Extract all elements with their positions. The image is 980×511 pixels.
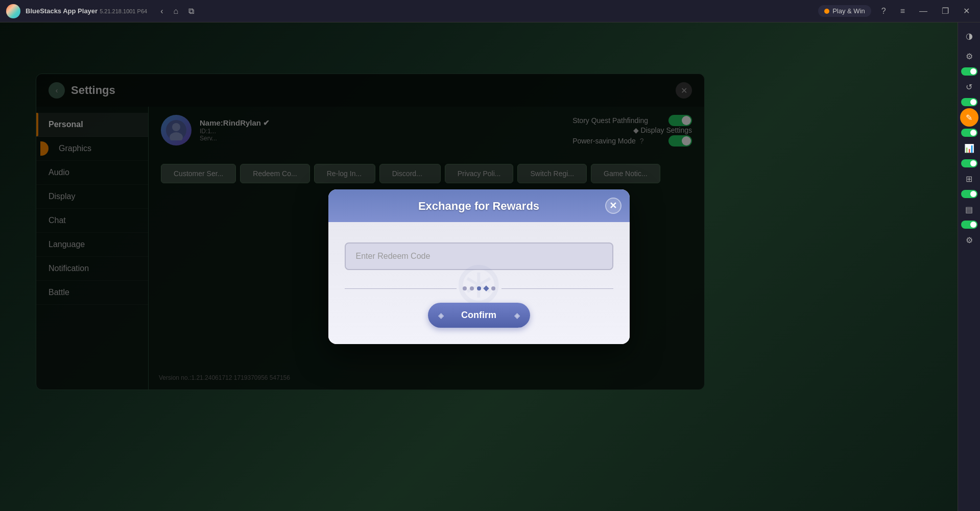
minimize-button[interactable]: — bbox=[915, 5, 931, 18]
divider-diamond bbox=[483, 285, 489, 291]
back-nav-button[interactable]: ‹ bbox=[157, 6, 166, 17]
modal-body: ⊛ Confirm bbox=[328, 222, 630, 344]
modal-close-button[interactable]: ✕ bbox=[605, 198, 622, 214]
app-name: BlueStacks App Player bbox=[26, 7, 98, 15]
restore-button[interactable]: ❐ bbox=[938, 4, 953, 18]
confirm-label: Confirm bbox=[461, 310, 496, 320]
home-nav-button[interactable]: ⌂ bbox=[170, 6, 181, 17]
app-version: 5.21.218.1001 P64 bbox=[100, 8, 147, 14]
play-win-label: Play & Win bbox=[832, 7, 865, 15]
close-window-button[interactable]: ✕ bbox=[959, 4, 974, 18]
nav-controls: ‹ ⌂ ⧉ bbox=[157, 6, 197, 17]
play-win-button[interactable]: Play & Win bbox=[818, 5, 871, 17]
redeem-code-input[interactable] bbox=[345, 242, 613, 270]
multi-nav-button[interactable]: ⧉ bbox=[185, 6, 197, 17]
exchange-rewards-modal: Exchange for Rewards ✕ ⊛ bbox=[328, 189, 630, 344]
right-sidebar: ◑ ⚙ ↺ ✎ 📊 ⊞ ▤ ⚙ bbox=[958, 22, 980, 511]
menu-button[interactable]: ≡ bbox=[896, 5, 909, 18]
help-button[interactable]: ? bbox=[877, 5, 890, 18]
sidebar-icon-5[interactable]: ⊞ bbox=[960, 169, 978, 188]
game-area: ‹ Settings ✕ Personal Graphics Audio Dis… bbox=[0, 22, 958, 511]
title-bar: BlueStacks App Player 5.21.218.1001 P64 … bbox=[0, 0, 980, 22]
sidebar-icon-2[interactable]: ⚙ bbox=[960, 47, 978, 65]
sidebar-icon-1[interactable]: ◑ bbox=[960, 27, 978, 45]
divider-dots bbox=[457, 286, 501, 290]
sidebar-toggle-6[interactable] bbox=[961, 221, 977, 229]
sidebar-icon-6[interactable]: ▤ bbox=[960, 200, 978, 218]
sidebar-toggle-1[interactable] bbox=[961, 67, 977, 76]
sidebar-toggle-5[interactable] bbox=[961, 190, 977, 198]
sidebar-icon-edit[interactable]: ✎ bbox=[960, 108, 978, 127]
sidebar-settings-icon[interactable]: ⚙ bbox=[960, 231, 978, 249]
confirm-button[interactable]: Confirm bbox=[428, 303, 530, 328]
sidebar-icon-4[interactable]: 📊 bbox=[960, 139, 978, 157]
sidebar-toggle-2[interactable] bbox=[961, 98, 977, 106]
bluestacks-logo bbox=[6, 4, 20, 18]
modal-header: Exchange for Rewards ✕ bbox=[328, 189, 630, 222]
sidebar-toggle-4[interactable] bbox=[961, 159, 977, 167]
sidebar-toggle-3[interactable] bbox=[961, 129, 977, 137]
divider-line-left bbox=[345, 288, 457, 289]
divider-dot-3 bbox=[477, 286, 481, 290]
title-bar-right: Play & Win ? ≡ — ❐ ✕ bbox=[818, 4, 974, 18]
modal-title: Exchange for Rewards bbox=[341, 200, 617, 213]
divider-dot-1 bbox=[463, 286, 467, 290]
divider-dot-4 bbox=[491, 286, 495, 290]
sidebar-icon-3[interactable]: ↺ bbox=[960, 78, 978, 96]
play-win-dot bbox=[824, 9, 829, 14]
divider-line-right bbox=[501, 288, 613, 289]
modal-divider bbox=[345, 286, 613, 290]
divider-dot-2 bbox=[470, 286, 474, 290]
modal-overlay: Exchange for Rewards ✕ ⊛ bbox=[0, 22, 958, 511]
